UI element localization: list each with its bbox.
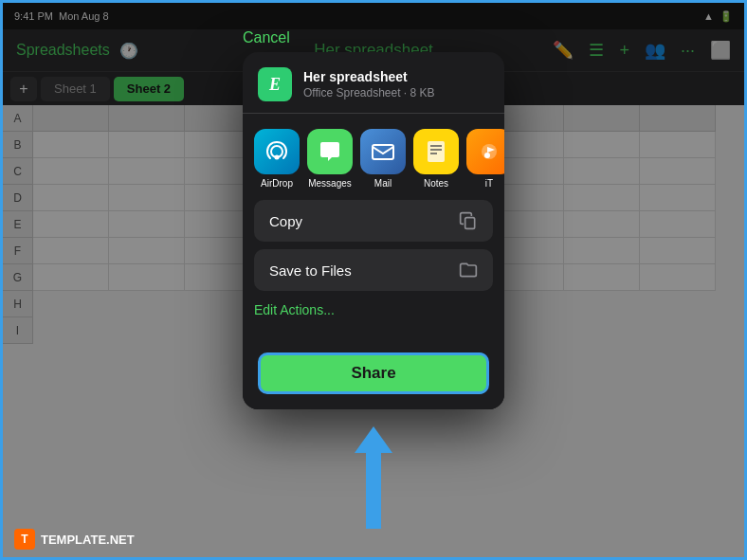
bottom-brand: T TEMPLATE.NET <box>14 529 135 550</box>
share-btn-section: Share <box>243 337 504 409</box>
file-icon: E <box>258 67 292 101</box>
overlay: Cancel E Her spreadsheet Office Spreadsh… <box>3 3 744 557</box>
save-to-files-label: Save to Files <box>269 262 352 279</box>
edit-actions-link[interactable]: Edit Actions... <box>254 298 493 325</box>
more-app-icon[interactable]: iT <box>466 129 504 189</box>
brand-name: TEMPLATE.NET <box>41 533 135 547</box>
svg-point-8 <box>484 153 490 158</box>
cancel-area: Cancel <box>243 29 504 46</box>
annotation-arrow <box>355 426 392 529</box>
svg-rect-3 <box>428 141 445 162</box>
itunes-icon <box>466 129 504 174</box>
arrow-head <box>355 426 392 453</box>
svg-point-1 <box>275 155 280 160</box>
app-background: 9:41 PM Mon Aug 8 ▲ 🔋 Spreadsheets 🕐 Her… <box>3 3 744 557</box>
share-button-label: Share <box>351 364 395 383</box>
file-meta: Office Spreadsheet · 8 KB <box>303 86 489 99</box>
copy-icon <box>459 211 478 230</box>
notes-icon <box>413 129 459 174</box>
file-info: Her spreadsheet Office Spreadsheet · 8 K… <box>303 69 489 99</box>
airdrop-icon <box>254 129 300 174</box>
copy-label: Copy <box>269 213 302 229</box>
app-icons-row: AirDrop Messages <box>243 114 504 200</box>
arrow-shaft <box>366 453 381 529</box>
messages-label: Messages <box>308 178 352 189</box>
svg-rect-9 <box>465 218 475 229</box>
save-to-files-button[interactable]: Save to Files <box>254 249 493 291</box>
svg-rect-2 <box>373 145 393 159</box>
file-name: Her spreadsheet <box>303 69 489 84</box>
notes-label: Notes <box>424 178 448 189</box>
itunes-label: iT <box>485 178 493 189</box>
mail-label: Mail <box>374 178 392 189</box>
mail-icon <box>360 129 406 174</box>
copy-button[interactable]: Copy <box>254 200 493 242</box>
file-header: E Her spreadsheet Office Spreadsheet · 8… <box>243 52 504 114</box>
airdrop-app-icon[interactable]: AirDrop <box>254 129 300 189</box>
cancel-button[interactable]: Cancel <box>243 29 290 46</box>
action-buttons: Copy Save to Files Edit Actions... <box>243 200 504 336</box>
share-sheet: E Her spreadsheet Office Spreadsheet · 8… <box>243 52 504 409</box>
mail-app-icon[interactable]: Mail <box>360 129 406 189</box>
messages-app-icon[interactable]: Messages <box>307 129 353 189</box>
brand-logo: T <box>14 529 35 550</box>
airdrop-label: AirDrop <box>261 178 293 189</box>
messages-icon <box>307 129 353 174</box>
notes-app-icon[interactable]: Notes <box>413 129 459 189</box>
folder-icon <box>459 261 478 280</box>
share-button[interactable]: Share <box>258 352 489 394</box>
